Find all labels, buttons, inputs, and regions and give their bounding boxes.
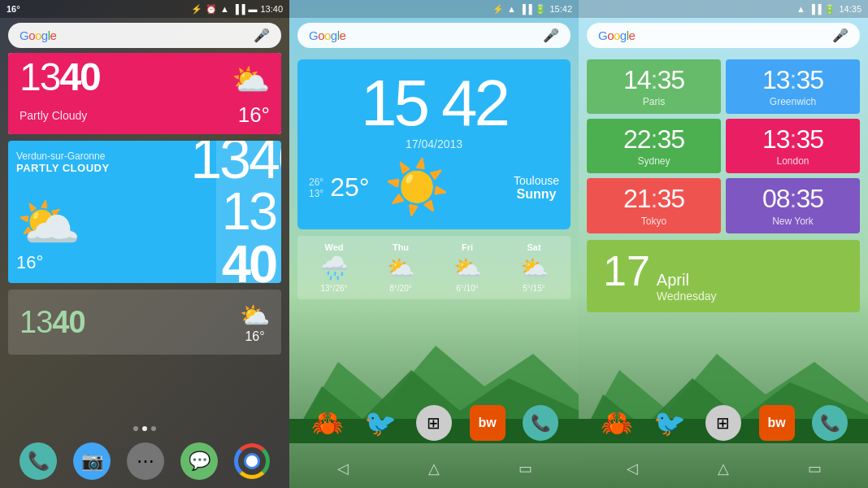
date-day-num: 17 — [603, 250, 650, 292]
dock-apps-2[interactable]: ⊞ — [416, 405, 452, 441]
city-name-1: Verdun-sur-Garonne — [16, 150, 208, 162]
widget-compact-1: 1340 ⛅ Partly Cloudy 16° — [8, 53, 281, 134]
world-clock-grid: 14:35 Paris 13:35 Greenwich 22:35 Sydney… — [587, 59, 860, 233]
widget-weather-large-1: Verdun-sur-Garonne PARTLY CLOUDY ⛅ 16° 1… — [8, 141, 281, 283]
page-dots-1 — [0, 426, 289, 431]
status-bar-3: ▲ ▐▐ 🔋 14:35 — [579, 0, 868, 18]
clock-tile-greenwich: 13:35 Greenwich — [726, 59, 860, 114]
battery-icon-3: 🔋 — [824, 4, 835, 15]
search-bar-2[interactable]: Google 🎤 — [297, 23, 571, 48]
clock-tile-sydney: 22:35 Sydney — [587, 119, 721, 173]
widget-compact-top: 1340 ⛅ — [8, 53, 281, 101]
forecast-row: Wed 🌧️ 13°/26° Thu ⛅ 8°/20° Fri ⛅ 6°/10°… — [297, 236, 571, 299]
temp-range: 26° 13° — [309, 176, 323, 199]
status-temp: 16° — [7, 4, 20, 14]
clock-time-display: 15 42 — [361, 67, 507, 139]
battery-icon: ▬ — [248, 4, 257, 14]
dock-1: 📞 📷 ⋯ 💬 — [0, 436, 289, 488]
forecast-wed: Wed 🌧️ 13°/26° — [320, 242, 349, 293]
dock-camera-1[interactable]: 📷 — [73, 442, 111, 480]
widget-small-1: 1340 ⛅ 16° — [8, 290, 281, 355]
status-icons-2: ⚡ ▲ ▐▐ 🔋 15:42 — [493, 4, 572, 15]
forecast-icon-0: 🌧️ — [320, 255, 349, 281]
dock-bird-2[interactable]: 🐦 — [362, 405, 398, 441]
dock-phone-3[interactable]: 📞 — [812, 405, 848, 441]
signal-icon-3: ▐▐ — [809, 4, 822, 14]
dock-bird-3[interactable]: 🐦 — [652, 405, 688, 441]
temp-label-1: 16° — [238, 102, 270, 128]
dock-3: 🦀 🐦 ⊞ bw 📞 — [579, 399, 868, 449]
nav-recents-3[interactable]: ▭ — [800, 457, 829, 480]
time-display-1: 1340 — [20, 58, 100, 97]
wifi-icon-3: ▲ — [796, 4, 805, 14]
alarm-icon: ⏰ — [206, 4, 217, 15]
city-weather: Toulouse Sunny — [514, 174, 559, 202]
search-bar-3[interactable]: Google 🎤 — [587, 23, 860, 48]
battery-icon-2: 🔋 — [535, 4, 546, 15]
nav-back-2[interactable]: ◁ — [328, 457, 358, 480]
dock-crab-3[interactable]: 🦀 — [599, 405, 635, 441]
nav-bar-2: ◁ △ ▭ — [289, 449, 579, 488]
dot-2 — [142, 426, 147, 431]
google-logo-2: Google — [309, 28, 345, 42]
nav-back-3[interactable]: ◁ — [618, 457, 647, 480]
nav-recents-2[interactable]: ▭ — [510, 457, 540, 480]
mic-icon-2[interactable]: 🎤 — [543, 28, 559, 43]
panel-left: 16° ⚡ ⏰ ▲ ▐▐ ▬ 13:40 Google 🎤 1340 — [0, 0, 289, 488]
status-bar-2: ⚡ ▲ ▐▐ 🔋 15:42 — [289, 0, 579, 18]
weather-small-1: ⛅ 16° — [240, 301, 270, 344]
time-vertical-1: 1340 — [190, 141, 281, 185]
forecast-icon-2: ⛅ — [454, 255, 482, 281]
weather-icon-compact: ⛅ — [232, 62, 270, 98]
temp-current: 25° — [330, 172, 369, 203]
temp-large-1: 16° — [16, 252, 208, 273]
mic-icon-1[interactable]: 🎤 — [254, 28, 270, 43]
date-weekday: Wednesday — [657, 290, 717, 303]
weather-icon-small: ⛅ — [240, 301, 270, 329]
date-widget: 17 April Wednesday — [587, 240, 860, 312]
forecast-thu: Thu ⛅ 8°/20° — [387, 242, 415, 293]
mic-icon-3[interactable]: 🎤 — [832, 28, 848, 43]
dock-apps-1[interactable]: ⋯ — [127, 442, 164, 480]
time-vert-display: 13 — [222, 185, 276, 237]
weather-right: 1340 13 40 — [216, 141, 281, 283]
bt-icon-2: ⚡ — [493, 4, 504, 15]
weather-left: Verdun-sur-Garonne PARTLY CLOUDY ⛅ 16° — [8, 141, 216, 283]
clock-weather-row: 26° 13° 25° ☀️ Toulouse Sunny — [309, 157, 559, 218]
dock-phone-2[interactable]: 📞 — [523, 405, 558, 441]
dock-hangouts-1[interactable]: 💬 — [180, 442, 218, 480]
dot-3 — [151, 426, 156, 431]
google-logo-1: Google — [20, 28, 56, 42]
sun-icon: ☀️ — [384, 157, 449, 218]
clock-tile-tokyo: 21:35 Tokyo — [587, 178, 721, 233]
dock-apps-3[interactable]: ⊞ — [705, 405, 741, 441]
forecast-icon-3: ⛅ — [520, 255, 549, 281]
time-status-1: 13:40 — [260, 4, 283, 14]
clock-tile-london: 13:35 London — [726, 119, 860, 173]
date-month: April — [657, 271, 717, 290]
dock-phone-1[interactable]: 📞 — [20, 442, 57, 480]
nav-home-2[interactable]: △ — [419, 457, 449, 480]
forecast-fri: Fri ⛅ 6°/10° — [454, 242, 482, 293]
signal-icon-2: ▐▐ — [519, 4, 532, 14]
forecast-icon-1: ⛅ — [387, 255, 415, 281]
dock-bw-2[interactable]: bw — [470, 405, 506, 441]
search-bar-1[interactable]: Google 🎤 — [8, 23, 281, 48]
dock-bw-3[interactable]: bw — [759, 405, 795, 441]
google-logo-3: Google — [598, 28, 635, 42]
wifi-icon: ▲ — [220, 4, 229, 14]
condition-1: PARTLY CLOUDY — [16, 162, 208, 174]
bt-icon: ⚡ — [191, 4, 202, 15]
forecast-sat: Sat ⛅ 5°/15° — [520, 242, 549, 293]
dock-2: 🦀 🐦 ⊞ bw 📞 — [289, 399, 579, 449]
dock-crab-2[interactable]: 🦀 — [310, 405, 345, 441]
clock-date: 17/04/2013 — [309, 137, 559, 150]
nav-home-3[interactable]: △ — [709, 457, 738, 480]
date-text: April Wednesday — [657, 271, 717, 303]
panel-right: ▲ ▐▐ 🔋 14:35 Google 🎤 14:35 Paris 13:35 … — [579, 0, 868, 488]
widget-clock-main: 15 42 17/04/2013 26° 13° 25° ☀️ Toulouse… — [297, 59, 571, 229]
status-icons-3: ▲ ▐▐ 🔋 14:35 — [796, 4, 861, 15]
wifi-icon-2: ▲ — [507, 4, 516, 14]
dock-chrome-1[interactable] — [234, 443, 270, 479]
time-status-3: 14:35 — [839, 4, 861, 14]
